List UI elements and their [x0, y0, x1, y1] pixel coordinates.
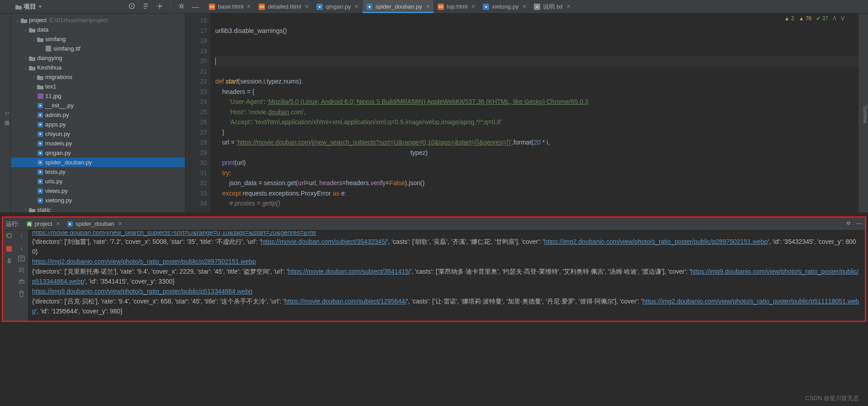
tree-item-chiyun.py[interactable]: ● chiyun.py: [11, 129, 185, 139]
tree-item-tests.py[interactable]: ● tests.py: [11, 167, 185, 177]
chevron-icon[interactable]: ⌄: [23, 65, 29, 70]
chevron-up-icon[interactable]: ᐱ: [833, 15, 836, 22]
py-icon: ●: [37, 179, 43, 184]
tab-top.html[interactable]: <>top.html✕: [434, 0, 479, 13]
project-label[interactable]: 项目: [24, 3, 36, 11]
tree-label: diangying: [37, 55, 62, 61]
svg-point-4: [33, 58, 34, 60]
tree-item-views.py[interactable]: ● views.py: [11, 186, 185, 196]
run-action-bar-1: [3, 230, 15, 321]
project-tree[interactable]: ⌄ project E:\01zhuomian\project ⌄ data ⌄…: [11, 14, 185, 212]
left-toolwindow-bar[interactable]: 1: 项目: [0, 14, 11, 212]
tree-item-project[interactable]: ⌄ project E:\01zhuomian\project: [11, 15, 185, 25]
run-label: 运行:: [6, 220, 19, 228]
folder-icon: [21, 18, 27, 23]
svg-rect-3: [46, 46, 51, 51]
minimize-icon[interactable]: —: [856, 220, 862, 228]
svg-point-2: [180, 5, 183, 7]
py-icon: ●: [37, 122, 43, 127]
chevron-icon[interactable]: ⌄: [23, 28, 29, 32]
expand-icon[interactable]: [142, 3, 149, 11]
code-editor[interactable]: ▲ 2 ▲ 76 ✔ 37 ᐱ ᐯ 1617181920212223242526…: [185, 14, 858, 212]
folder-icon: [29, 27, 35, 33]
soft-wrap-icon[interactable]: [18, 256, 25, 263]
tree-label: views.py: [45, 187, 68, 194]
svg-rect-12: [19, 256, 24, 261]
tree-label: urls.py: [45, 178, 62, 185]
run-header: 运行: djproject✕●spider_douban✕ —: [3, 218, 865, 230]
tree-label: spider_douban.py: [45, 159, 92, 166]
tree-item-migrations[interactable]: › migrations: [11, 72, 185, 82]
rerun-icon[interactable]: [6, 233, 12, 241]
stop-icon[interactable]: [6, 246, 12, 253]
right-toolwindow-bar[interactable]: SciView: [858, 14, 868, 212]
tree-item-admin.py[interactable]: ● admin.py: [11, 110, 185, 120]
divider: [170, 3, 171, 11]
collapse-icon[interactable]: [156, 3, 163, 11]
tree-item-11.jpg[interactable]: 11.jpg: [11, 91, 185, 101]
scroll-end-icon[interactable]: [18, 267, 25, 275]
tree-label: models.py: [45, 140, 72, 147]
hide-icon[interactable]: —: [192, 3, 199, 10]
console-output[interactable]: https://movie.douban.com/j/new_search_su…: [28, 230, 865, 321]
trash-icon[interactable]: [19, 291, 24, 299]
tree-label: 11.jpg: [45, 93, 61, 99]
target-icon[interactable]: [128, 3, 135, 11]
close-icon[interactable]: ✕: [305, 4, 309, 9]
gear-icon[interactable]: [845, 220, 852, 228]
close-icon[interactable]: ✕: [522, 4, 526, 9]
close-icon[interactable]: ✕: [471, 4, 475, 9]
tree-item-apps.py[interactable]: ● apps.py: [11, 120, 185, 129]
close-icon[interactable]: ✕: [247, 4, 251, 9]
down-icon[interactable]: ↓: [20, 244, 23, 251]
watermark-text: CSDN @星川皆无恙: [805, 394, 859, 402]
chevron-icon[interactable]: ›: [23, 208, 29, 212]
tree-item-diangying[interactable]: › diangying: [11, 53, 185, 63]
tree-item-urls.py[interactable]: ● urls.py: [11, 177, 185, 186]
pin-icon[interactable]: [6, 258, 12, 266]
svg-point-10: [847, 222, 849, 224]
run-tab-project[interactable]: djproject✕: [23, 219, 64, 228]
tree-item-simfang[interactable]: ⌄ simfang: [11, 34, 185, 44]
close-icon[interactable]: ✕: [426, 4, 430, 9]
tab-说明.txt[interactable]: ≡说明.txt✕: [530, 0, 574, 13]
chevron-icon[interactable]: ⌄: [31, 37, 37, 42]
tab-xietong.py[interactable]: ●xietong.py✕: [479, 0, 530, 13]
tree-label: project: [29, 17, 47, 23]
close-icon[interactable]: ✕: [566, 4, 571, 9]
tree-item-models.py[interactable]: ● models.py: [11, 139, 185, 148]
tree-item-qingan.py[interactable]: ● qingan.py: [11, 148, 185, 158]
tree-label: qingan.py: [45, 149, 71, 156]
tree-item-__init__.py[interactable]: ● __init__.py: [11, 101, 185, 110]
editor-tabs: <>base.html✕<>detailed.html✕●qingan.py✕●…: [205, 0, 868, 13]
close-icon[interactable]: ✕: [354, 4, 359, 9]
chevron-icon[interactable]: ›: [31, 75, 37, 79]
tree-item-tex1[interactable]: › tex1: [11, 82, 185, 91]
chevron-down-icon[interactable]: ᐯ: [841, 15, 844, 22]
tab-detailed.html[interactable]: <>detailed.html✕: [255, 0, 313, 13]
settings-icon[interactable]: [178, 3, 185, 11]
code-area[interactable]: urllib3.disable_warnings() def start(ses…: [211, 14, 858, 212]
tab-qingan.py[interactable]: ●qingan.py✕: [313, 0, 363, 13]
tree-label: simfang: [45, 36, 66, 42]
tree-item-xietong.py[interactable]: ● xietong.py: [11, 196, 185, 205]
tab-label: spider_douban.py: [375, 3, 422, 10]
chevron-icon[interactable]: ›: [23, 56, 29, 61]
tree-item-data[interactable]: ⌄ data: [11, 25, 185, 34]
svg-rect-11: [6, 246, 12, 252]
chevron-icon[interactable]: ›: [31, 84, 37, 89]
chevron-icon[interactable]: ⌄: [14, 18, 21, 23]
tab-base.html[interactable]: <>base.html✕: [205, 0, 255, 13]
tree-item-Keshihua[interactable]: ⌄ Keshihua: [11, 63, 185, 72]
print-icon[interactable]: [19, 279, 25, 286]
py-icon: ●: [37, 169, 43, 175]
tree-item-static[interactable]: › static: [11, 205, 185, 212]
tab-spider_douban.py[interactable]: ●spider_douban.py✕: [363, 0, 434, 13]
tree-item-spider_douban.py[interactable]: ● spider_douban.py: [11, 158, 185, 167]
close-icon[interactable]: ✕: [56, 221, 60, 227]
folder-icon: [37, 37, 43, 42]
run-tab-spider_douban[interactable]: ●spider_douban✕: [64, 219, 126, 228]
tree-item-simfang.ttf[interactable]: simfang.ttf: [11, 44, 185, 53]
close-icon[interactable]: ✕: [118, 221, 122, 227]
up-icon[interactable]: ↑: [20, 233, 23, 240]
